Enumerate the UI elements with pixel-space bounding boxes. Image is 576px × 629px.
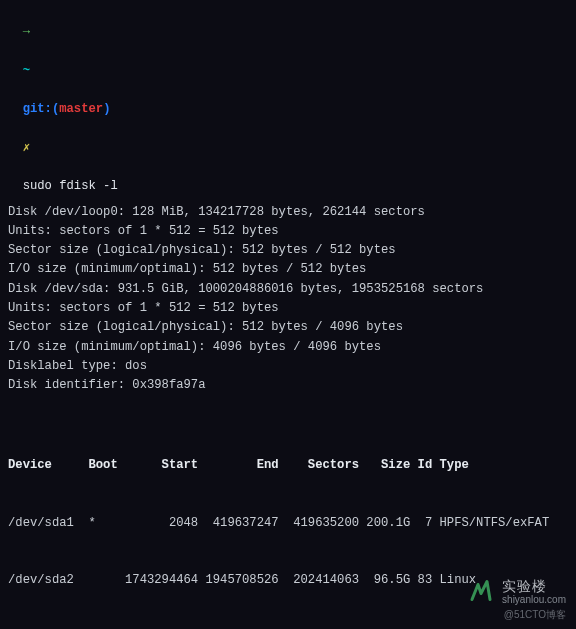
command-text[interactable]: sudo fdisk -l: [23, 179, 118, 193]
disk-sda-block: Disk /dev/sda: 931.5 GiB, 1000204886016 …: [8, 280, 568, 396]
table-header: Device Boot Start End Sectors Size Id Ty…: [8, 456, 568, 475]
output-line: Disk /dev/sda: 931.5 GiB, 1000204886016 …: [8, 280, 568, 299]
table-row: /dev/sda1 * 2048 419637247 419635200 200…: [8, 514, 568, 533]
output-line: Disk identifier: 0x398fa97a: [8, 376, 568, 395]
output-line: Units: sectors of 1 * 512 = 512 bytes: [8, 222, 568, 241]
prompt-git-paren-r: ): [103, 102, 110, 116]
output-line: Units: sectors of 1 * 512 = 512 bytes: [8, 299, 568, 318]
table-row: /dev/sda2 1743294464 1945708526 20241406…: [8, 571, 568, 590]
output-line: Disklabel type: dos: [8, 357, 568, 376]
watermark-subtitle: @51CTO博客: [504, 607, 566, 623]
prompt-git-label: git:: [23, 102, 52, 116]
prompt-cwd: ~: [23, 64, 30, 78]
prompt-dirty-icon: ✗: [23, 141, 30, 155]
output-line: Disk /dev/loop0: 128 MiB, 134217728 byte…: [8, 203, 568, 222]
output-line: I/O size (minimum/optimal): 512 bytes / …: [8, 260, 568, 279]
disk-loop0-block: Disk /dev/loop0: 128 MiB, 134217728 byte…: [8, 203, 568, 280]
prompt-arrow-icon: →: [23, 25, 30, 39]
prompt-git-branch: master: [59, 102, 103, 116]
shell-prompt: → ~ git:(master) ✗ sudo fdisk -l: [8, 4, 568, 197]
output-line: Sector size (logical/physical): 512 byte…: [8, 241, 568, 260]
partition-table: Device Boot Start End Sectors Size Id Ty…: [8, 417, 568, 629]
output-line: I/O size (minimum/optimal): 4096 bytes /…: [8, 338, 568, 357]
output-line: Sector size (logical/physical): 512 byte…: [8, 318, 568, 337]
